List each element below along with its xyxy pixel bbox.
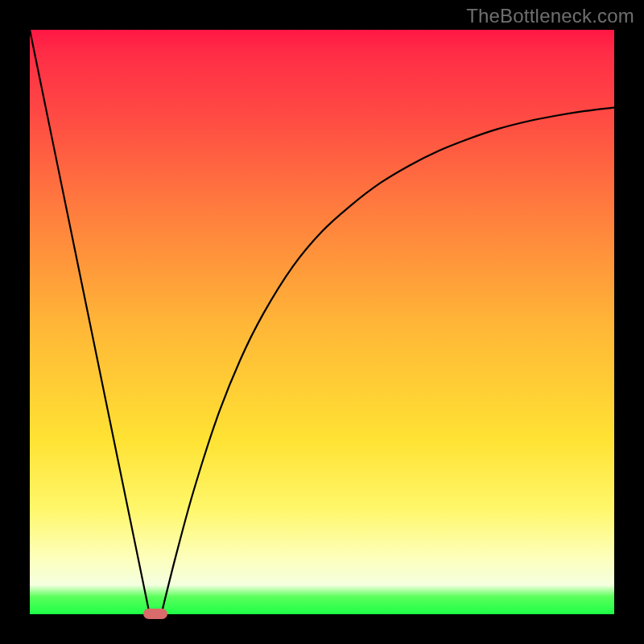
right-branch-path — [161, 108, 614, 614]
minimum-marker — [143, 609, 167, 619]
watermark-text: TheBottleneck.com — [466, 5, 634, 27]
plot-area — [30, 30, 614, 614]
chart-frame: TheBottleneck.com — [0, 0, 644, 644]
left-branch-path — [30, 30, 150, 614]
curve-svg — [30, 30, 614, 614]
